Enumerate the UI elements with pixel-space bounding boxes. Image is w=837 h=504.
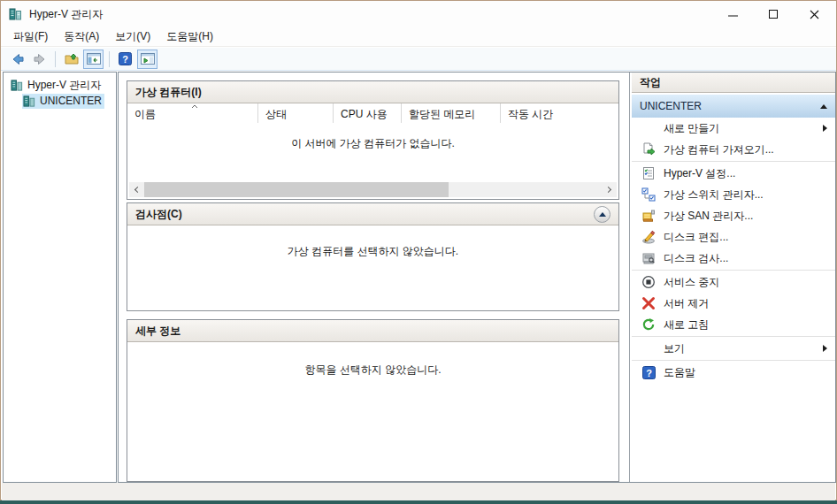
virtual-san-icon xyxy=(641,209,657,223)
column-cpu-usage[interactable]: CPU 사용 xyxy=(334,103,402,123)
action-item-help[interactable]: ? 도움말 xyxy=(632,362,835,383)
refresh-icon xyxy=(641,317,657,332)
up-one-level-button[interactable] xyxy=(61,50,81,69)
close-button[interactable] xyxy=(794,1,834,27)
toolbar: ? xyxy=(1,48,836,71)
actions-separator xyxy=(632,270,835,271)
submenu-arrow-icon xyxy=(823,125,827,132)
close-icon xyxy=(810,10,819,19)
menu-help[interactable]: 도움말(H) xyxy=(158,28,221,46)
details-title: 세부 정보 xyxy=(135,324,180,339)
action-item-edit-disk[interactable]: 디스크 편집... xyxy=(632,226,835,248)
blank-icon xyxy=(641,121,657,135)
virtual-switch-icon xyxy=(641,187,657,202)
horizontal-scrollbar[interactable] xyxy=(129,182,617,197)
minimize-button[interactable] xyxy=(712,1,753,27)
forward-button[interactable] xyxy=(29,50,50,69)
action-item-hyperv-settings[interactable]: Hyper-V 설정... xyxy=(632,163,835,184)
vm-empty-message: 이 서버에 가상 컴퓨터가 없습니다. xyxy=(127,136,618,151)
toolbar-separator xyxy=(109,51,110,67)
maximize-icon xyxy=(769,10,778,19)
details-empty-message: 항목을 선택하지 않았습니다. xyxy=(127,363,618,378)
scroll-left-button[interactable] xyxy=(129,182,144,197)
action-item-remove-server[interactable]: 서버 제거 xyxy=(632,293,835,314)
svg-text:?: ? xyxy=(122,54,128,65)
virtual-machines-title: 가상 컴퓨터(I) xyxy=(135,85,202,100)
inspect-disk-icon xyxy=(641,251,657,265)
chevron-right-icon xyxy=(605,187,611,193)
help-icon: ? xyxy=(641,365,657,379)
checkpoints-header: 검사점(C) xyxy=(127,203,618,225)
import-vm-icon xyxy=(641,142,657,157)
tree-item-label: UNICENTER xyxy=(40,95,102,107)
chevron-up-icon xyxy=(599,212,606,217)
scroll-right-button[interactable] xyxy=(602,182,617,197)
show-console-tree-button[interactable] xyxy=(83,50,104,69)
action-item-new[interactable]: 새로 만들기 xyxy=(632,118,835,139)
actions-pane-title: 작업 xyxy=(632,73,835,93)
window-title: Hyper-V 관리자 xyxy=(29,7,103,22)
menu-file[interactable]: 파일(F) xyxy=(5,28,56,46)
console-tree-pane: Hyper-V 관리자 UNICENTER xyxy=(3,72,117,483)
vm-column-headers: 이름 상태 CPU 사용 할당된 메모리 작동 시간 xyxy=(127,103,618,123)
hyperv-manager-icon xyxy=(11,79,24,92)
show-action-pane-button[interactable] xyxy=(137,50,157,69)
actions-group-label: UNICENTER xyxy=(640,100,702,112)
action-item-stop-service[interactable]: 서비스 중지 xyxy=(632,271,835,293)
column-name[interactable]: 이름 xyxy=(127,103,258,123)
status-strip xyxy=(2,483,835,500)
tree-item-hyperv-manager[interactable]: Hyper-V 관리자 xyxy=(4,77,116,93)
content-pane: 가상 컴퓨터(I) 이름 상태 CPU 사용 할당된 메모리 작동 시간 이 서… xyxy=(118,72,836,483)
details-section: 세부 정보 항목을 선택하지 않았습니다. xyxy=(127,319,619,482)
details-header: 세부 정보 xyxy=(127,320,618,342)
title-bar: Hyper-V 관리자 xyxy=(1,1,836,27)
menu-view[interactable]: 보기(V) xyxy=(107,28,158,46)
stop-service-icon xyxy=(641,275,657,289)
submenu-arrow-icon xyxy=(823,345,827,352)
back-icon xyxy=(11,52,25,66)
window-controls xyxy=(712,1,834,27)
chevron-left-icon xyxy=(134,187,141,193)
action-item-view[interactable]: 보기 xyxy=(632,338,835,359)
action-item-refresh[interactable]: 새로 고침 xyxy=(632,314,835,335)
actions-pane: 작업 UNICENTER 새로 만들기 가상 컴퓨터 xyxy=(632,73,835,482)
blank-icon xyxy=(641,341,657,355)
toolbar-separator xyxy=(55,51,56,67)
console-tree-icon xyxy=(87,52,101,65)
server-icon xyxy=(23,95,36,108)
checkpoints-title: 검사점(C) xyxy=(135,207,182,222)
collapse-group-icon xyxy=(820,104,827,109)
minimize-icon xyxy=(728,10,738,19)
action-item-inspect-disk[interactable]: 디스크 검사... xyxy=(632,248,835,269)
pane-divider[interactable] xyxy=(629,73,630,482)
column-assigned-memory[interactable]: 할당된 메모리 xyxy=(402,103,501,123)
menu-action[interactable]: 동작(A) xyxy=(56,28,107,46)
actions-separator xyxy=(632,360,835,361)
collapse-checkpoints-button[interactable] xyxy=(594,206,610,223)
column-uptime[interactable]: 작동 시간 xyxy=(501,103,618,123)
hyperv-manager-window: Hyper-V 관리자 파일(F) 동작(A) 보기(V) 도움말(H) xyxy=(0,0,837,500)
action-pane-icon xyxy=(141,52,155,65)
action-item-virtual-san-manager[interactable]: 가상 SAN 관리자... xyxy=(632,205,835,226)
action-item-virtual-switch-manager[interactable]: 가상 스위치 관리자... xyxy=(632,184,835,205)
desktop-background xyxy=(0,500,837,504)
sort-ascending-icon xyxy=(191,104,198,109)
forward-icon xyxy=(33,52,47,66)
maximize-button[interactable] xyxy=(753,1,794,27)
virtual-machines-section: 가상 컴퓨터(I) 이름 상태 CPU 사용 할당된 메모리 작동 시간 이 서… xyxy=(127,80,619,200)
hyperv-app-icon xyxy=(9,7,23,21)
actions-group-unicenter[interactable]: UNICENTER xyxy=(632,95,835,118)
actions-separator xyxy=(632,161,835,162)
column-state[interactable]: 상태 xyxy=(258,103,334,123)
checkpoints-empty-message: 가상 컴퓨터를 선택하지 않았습니다. xyxy=(127,244,618,259)
tree-item-unicenter[interactable]: UNICENTER xyxy=(4,93,116,109)
edit-disk-icon xyxy=(641,230,657,244)
toolbar-help-button[interactable]: ? xyxy=(115,50,135,69)
back-button[interactable] xyxy=(7,50,27,69)
actions-separator xyxy=(632,336,835,337)
menu-bar: 파일(F) 동작(A) 보기(V) 도움말(H) xyxy=(1,27,836,47)
action-item-import-vm[interactable]: 가상 컴퓨터 가져오기... xyxy=(632,139,835,160)
svg-text:?: ? xyxy=(646,367,652,378)
scrollbar-thumb[interactable] xyxy=(144,182,449,197)
checkpoints-section: 검사점(C) 가상 컴퓨터를 선택하지 않았습니다. xyxy=(127,202,619,311)
